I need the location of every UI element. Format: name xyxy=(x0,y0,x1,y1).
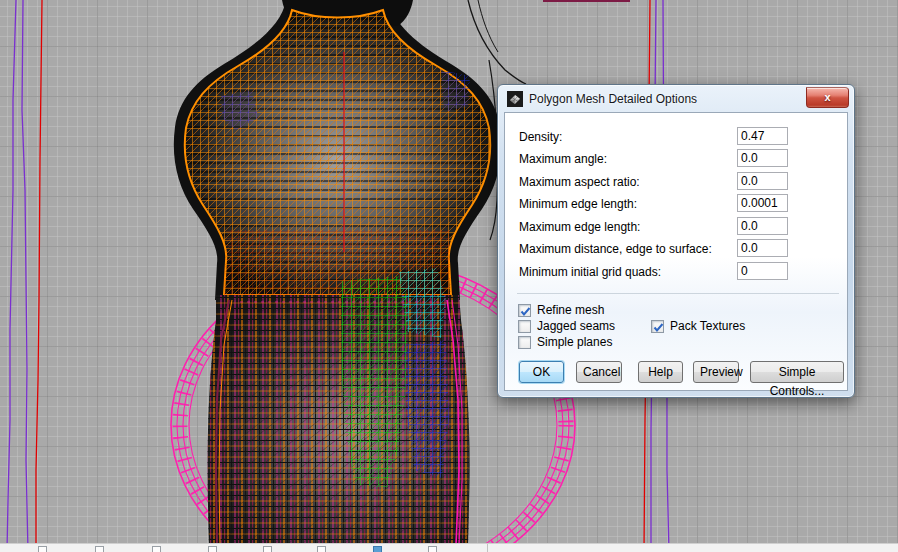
max-angle-label: Maximum angle: xyxy=(519,151,607,168)
statusbar-toggle-stub[interactable] xyxy=(38,546,47,552)
field-row-density: Density: xyxy=(519,129,837,147)
statusbar-toggle-stub[interactable] xyxy=(208,546,217,552)
density-input[interactable] xyxy=(737,127,788,145)
max-distance-label: Maximum distance, edge to surface: xyxy=(519,241,712,258)
checkbox-box xyxy=(518,304,531,317)
separator xyxy=(517,293,839,294)
checkbox-box xyxy=(651,320,664,333)
ok-button[interactable]: OK xyxy=(519,361,564,383)
max-aspect-label: Maximum aspect ratio: xyxy=(519,174,640,191)
mannequin-torso-mesh xyxy=(185,10,490,295)
simple-planes-checkbox[interactable]: Simple planes xyxy=(518,336,612,349)
jagged-seams-label: Jagged seams xyxy=(537,320,615,333)
max-aspect-input[interactable] xyxy=(737,172,788,190)
pack-textures-checkbox[interactable]: Pack Textures xyxy=(651,320,745,333)
simple-controls-button[interactable]: Simple Controls... xyxy=(750,361,844,383)
min-grid-quads-label: Minimum initial grid quads: xyxy=(519,264,661,281)
left-construction-curves xyxy=(7,0,42,552)
dialog-title: Polygon Mesh Detailed Options xyxy=(529,92,697,106)
check-icon xyxy=(652,321,665,334)
max-edge-input[interactable] xyxy=(737,217,788,235)
min-edge-input[interactable] xyxy=(737,194,788,212)
close-button[interactable]: x xyxy=(806,87,849,108)
close-icon: x xyxy=(807,88,848,106)
help-button[interactable]: Help xyxy=(638,361,683,383)
jagged-seams-checkbox[interactable]: Jagged seams xyxy=(518,320,615,333)
field-row-max-distance: Maximum distance, edge to surface: xyxy=(519,241,837,259)
simple-planes-label: Simple planes xyxy=(537,336,612,349)
field-row-max-angle: Maximum angle: xyxy=(519,151,837,169)
statusbar-toggle-stub[interactable] xyxy=(317,546,326,552)
cancel-button[interactable]: Cancel xyxy=(576,361,622,383)
statusbar-separator xyxy=(487,544,488,552)
polygon-mesh-options-dialog: Polygon Mesh Detailed Options x Density:… xyxy=(497,84,855,398)
field-row-max-edge: Maximum edge length: xyxy=(519,219,837,237)
dialog-titlebar[interactable]: Polygon Mesh Detailed Options x xyxy=(498,85,854,112)
checkbox-box xyxy=(518,336,531,349)
field-row-max-aspect: Maximum aspect ratio: xyxy=(519,174,837,192)
refine-mesh-checkbox[interactable]: Refine mesh xyxy=(518,304,604,317)
min-edge-label: Minimum edge length: xyxy=(519,196,637,213)
statusbar-toggle-stub[interactable] xyxy=(263,546,272,552)
min-grid-quads-input[interactable] xyxy=(737,262,788,280)
polygon-mesh-icon xyxy=(507,91,523,107)
pack-textures-label: Pack Textures xyxy=(670,320,745,333)
statusbar-toggle-stub[interactable] xyxy=(95,546,104,552)
dialog-content: Density: Maximum angle: Maximum aspect r… xyxy=(504,112,848,391)
refine-mesh-label: Refine mesh xyxy=(537,304,604,317)
max-distance-input[interactable] xyxy=(737,239,788,257)
density-label: Density: xyxy=(519,129,562,146)
statusbar-toggle-stub[interactable] xyxy=(428,546,437,552)
field-row-min-edge: Minimum edge length: xyxy=(519,196,837,214)
max-angle-input[interactable] xyxy=(737,149,788,167)
status-bar xyxy=(0,543,898,552)
mannequin-skirt-mesh xyxy=(208,268,470,545)
field-row-min-grid-quads: Minimum initial grid quads: xyxy=(519,264,837,282)
checkbox-box xyxy=(518,320,531,333)
check-icon xyxy=(519,305,532,318)
max-edge-label: Maximum edge length: xyxy=(519,219,640,236)
statusbar-toggle-stub[interactable] xyxy=(152,546,161,552)
app-screen: Polygon Mesh Detailed Options x Density:… xyxy=(0,0,898,552)
preview-button[interactable]: Preview xyxy=(693,361,739,383)
statusbar-toggle-stub-active[interactable] xyxy=(373,546,382,552)
